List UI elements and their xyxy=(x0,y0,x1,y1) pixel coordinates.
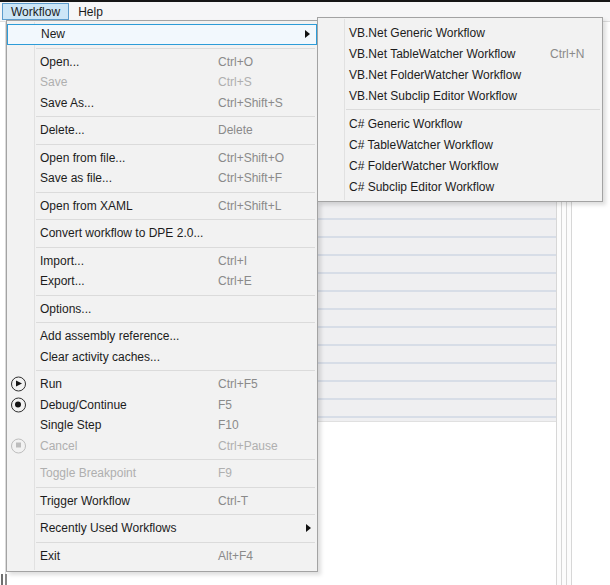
menu-separator xyxy=(346,109,600,110)
new-submenu: VB.Net Generic Workflow VB.Net TableWatc… xyxy=(317,17,603,202)
menu-item-shortcut: Ctrl+Shift+F xyxy=(218,171,282,185)
menu-item-open-from-file[interactable]: Open from file... Ctrl+Shift+O xyxy=(7,148,317,169)
menu-item-shortcut: Ctrl+Shift+L xyxy=(218,199,281,213)
menu-item-clear-activity-caches[interactable]: Clear activity caches... xyxy=(7,347,317,368)
menu-item-label: Recently Used Workflows xyxy=(40,521,177,535)
submenu-item-vbnet-folderwatcher-workflow[interactable]: VB.Net FolderWatcher Workflow xyxy=(318,64,602,85)
menu-separator xyxy=(36,487,315,488)
submenu-item-vbnet-tablewatcher-workflow[interactable]: VB.Net TableWatcher Workflow Ctrl+N xyxy=(318,43,602,64)
menu-item-shortcut: Ctrl+S xyxy=(218,75,252,89)
menu-item-label: Single Step xyxy=(40,418,101,432)
menu-item-label: VB.Net TableWatcher Workflow xyxy=(349,47,516,61)
menu-item-shortcut: F5 xyxy=(218,398,232,412)
menu-separator xyxy=(36,116,315,117)
menu-item-label: Clear activity caches... xyxy=(40,350,160,364)
submenu-arrow-icon xyxy=(305,30,310,38)
menu-item-debug-continue[interactable]: Debug/Continue F5 xyxy=(7,395,317,416)
menubar-item-help[interactable]: Help xyxy=(69,3,112,20)
menu-item-label: VB.Net Generic Workflow xyxy=(349,26,485,40)
submenu-item-csharp-folderwatcher-workflow[interactable]: C# FolderWatcher Workflow xyxy=(318,155,602,176)
menu-item-cancel: Cancel Ctrl+Pause xyxy=(7,436,317,457)
menu-item-label: New xyxy=(41,27,65,41)
menu-item-shortcut: Ctrl-T xyxy=(218,494,248,508)
scrollbar-track[interactable] xyxy=(556,202,572,585)
menu-item-shortcut: Ctrl+I xyxy=(218,254,247,268)
menu-separator xyxy=(36,542,315,543)
stop-circle-icon xyxy=(11,438,26,453)
menu-item-shortcut: Ctrl+F5 xyxy=(218,377,258,391)
menu-item-label: C# TableWatcher Workflow xyxy=(349,138,493,152)
menu-item-label: C# FolderWatcher Workflow xyxy=(349,159,498,173)
record-circle-icon xyxy=(11,397,26,412)
menu-item-label: Export... xyxy=(40,274,85,288)
menu-item-run[interactable]: Run Ctrl+F5 xyxy=(7,374,317,395)
submenu-item-vbnet-subclip-editor-workflow[interactable]: VB.Net Subclip Editor Workflow xyxy=(318,85,602,106)
menu-item-shortcut: F9 xyxy=(218,466,232,480)
menu-item-label: Toggle Breakpoint xyxy=(40,466,136,480)
menubar-item-label: Help xyxy=(78,5,103,19)
menu-separator xyxy=(36,370,315,371)
menu-item-shortcut: Ctrl+E xyxy=(218,274,252,288)
menu-item-options[interactable]: Options... xyxy=(7,299,317,320)
menu-item-shortcut: Delete xyxy=(218,123,253,137)
menu-item-save-as-file[interactable]: Save as file... Ctrl+Shift+F xyxy=(7,168,317,189)
background-list-rows xyxy=(317,202,556,422)
menu-item-label: Debug/Continue xyxy=(40,398,127,412)
menu-item-label: VB.Net FolderWatcher Workflow xyxy=(349,68,521,82)
menu-item-delete[interactable]: Delete... Delete xyxy=(7,120,317,141)
menu-item-label: Cancel xyxy=(40,439,77,453)
menu-separator xyxy=(36,192,315,193)
menu-item-label: Open from XAML xyxy=(40,199,133,213)
menu-item-label: C# Generic Workflow xyxy=(349,117,462,131)
menu-item-export[interactable]: Export... Ctrl+E xyxy=(7,271,317,292)
menu-item-label: Run xyxy=(40,377,62,391)
menu-item-exit[interactable]: Exit Alt+F4 xyxy=(7,546,317,567)
menu-item-new[interactable]: New xyxy=(7,24,317,45)
menu-item-label: Import... xyxy=(40,254,84,268)
menu-item-shortcut: Ctrl+O xyxy=(218,55,253,69)
menu-item-open[interactable]: Open... Ctrl+O xyxy=(7,52,317,73)
submenu-item-csharp-tablewatcher-workflow[interactable]: C# TableWatcher Workflow xyxy=(318,134,602,155)
menu-item-shortcut: Ctrl+Shift+S xyxy=(218,96,283,110)
menu-item-label: Delete... xyxy=(40,123,85,137)
menu-item-import[interactable]: Import... Ctrl+I xyxy=(7,251,317,272)
play-circle-icon xyxy=(11,377,26,392)
menu-item-shortcut: Ctrl+Shift+O xyxy=(218,151,284,165)
menu-item-shortcut: Alt+F4 xyxy=(218,549,253,563)
menu-item-convert-workflow-to-dpe[interactable]: Convert workflow to DPE 2.0... xyxy=(7,223,317,244)
menu-separator xyxy=(36,514,315,515)
menu-item-label: Exit xyxy=(40,549,60,563)
menu-item-label: Convert workflow to DPE 2.0... xyxy=(40,226,203,240)
menu-separator xyxy=(36,219,315,220)
menu-separator xyxy=(36,144,315,145)
menu-item-open-from-xaml[interactable]: Open from XAML Ctrl+Shift+L xyxy=(7,196,317,217)
menu-item-recently-used-workflows[interactable]: Recently Used Workflows xyxy=(7,518,317,539)
menu-item-trigger-workflow[interactable]: Trigger Workflow Ctrl-T xyxy=(7,491,317,512)
menu-separator xyxy=(36,247,315,248)
menu-item-label: Save As... xyxy=(40,96,94,110)
menu-item-shortcut: Ctrl+Pause xyxy=(218,439,278,453)
menu-item-toggle-breakpoint: Toggle Breakpoint F9 xyxy=(7,463,317,484)
menu-separator xyxy=(36,322,315,323)
workflow-menu: New Open... Ctrl+O Save Ctrl+S Save As..… xyxy=(6,20,318,572)
submenu-item-vbnet-generic-workflow[interactable]: VB.Net Generic Workflow xyxy=(318,22,602,43)
menu-item-label: Trigger Workflow xyxy=(40,494,130,508)
menu-item-label: Open from file... xyxy=(40,151,125,165)
submenu-item-csharp-generic-workflow[interactable]: C# Generic Workflow xyxy=(318,113,602,134)
menu-item-single-step[interactable]: Single Step F10 xyxy=(7,415,317,436)
window-corner-grip xyxy=(1,574,7,585)
menu-item-save-as[interactable]: Save As... Ctrl+Shift+S xyxy=(7,93,317,114)
menu-item-label: Open... xyxy=(40,55,79,69)
menu-item-shortcut: Ctrl+N xyxy=(550,47,584,61)
menu-separator xyxy=(36,459,315,460)
submenu-arrow-icon xyxy=(306,524,311,532)
menubar-item-workflow[interactable]: Workflow xyxy=(2,3,69,20)
menu-item-shortcut: F10 xyxy=(218,418,239,432)
menu-item-add-assembly-reference[interactable]: Add assembly reference... xyxy=(7,326,317,347)
menu-separator xyxy=(36,48,315,49)
menu-item-label: Save as file... xyxy=(40,171,112,185)
menu-separator xyxy=(36,295,315,296)
submenu-item-csharp-subclip-editor-workflow[interactable]: C# Subclip Editor Workflow xyxy=(318,176,602,197)
menubar-item-label: Workflow xyxy=(11,5,60,19)
menu-item-label: Options... xyxy=(40,302,91,316)
